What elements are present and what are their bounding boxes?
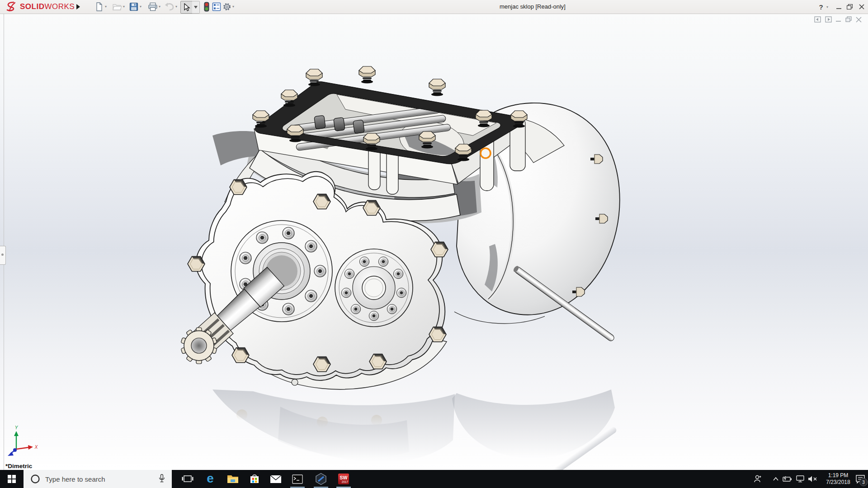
open-dropdown[interactable]: ▾ — [123, 5, 127, 9]
hexagon-utility-icon — [315, 473, 327, 485]
select-cursor-dropdown[interactable] — [192, 1, 200, 14]
command-prompt-icon — [292, 474, 303, 484]
document-title: menjac sklop [Read-only] — [500, 3, 566, 10]
start-button[interactable] — [0, 470, 24, 488]
taskbar-app-mail[interactable] — [266, 470, 286, 488]
triad-y-label: Y — [15, 425, 19, 430]
restore-button[interactable] — [844, 2, 855, 12]
file-explorer-icon — [227, 474, 239, 484]
new-document-icon[interactable] — [93, 1, 105, 13]
triad-x-label: X — [34, 445, 38, 450]
svg-text:SW: SW — [340, 475, 348, 480]
taskbar-app-edge[interactable]: e — [200, 470, 220, 488]
windows-taskbar: Type here to search e — [0, 470, 868, 488]
tray-volume-muted-icon[interactable] — [807, 470, 819, 488]
search-placeholder: Type here to search — [45, 475, 157, 483]
solidworks-logo: SOLIDWORKS — [5, 1, 75, 12]
tray-people-icon[interactable] — [751, 470, 764, 488]
save-icon[interactable] — [128, 1, 140, 13]
clock-time: 1:19 PM — [819, 472, 857, 479]
select-cursor-tool[interactable] — [180, 1, 193, 14]
tray-network-icon[interactable] — [794, 470, 807, 488]
taskbar-app-command-prompt[interactable] — [288, 470, 307, 488]
mail-icon — [270, 475, 282, 483]
save-dropdown[interactable]: ▾ — [140, 5, 143, 9]
svg-text:2017: 2017 — [342, 480, 349, 483]
graphics-viewport[interactable]: Y X *Dimetric — [0, 14, 868, 470]
new-document-dropdown[interactable]: ▾ — [105, 5, 108, 9]
minimize-button[interactable] — [833, 2, 844, 12]
close-button[interactable] — [856, 2, 868, 12]
titlebar: SOLIDWORKS ▾ ▾ ▾ ▾ ▾ ▾ menjac sklop [Rea… — [0, 0, 868, 14]
print-icon[interactable] — [147, 1, 159, 13]
solidworks-ds-icon — [5, 1, 18, 12]
solidworks-wordmark: SOLIDWORKS — [20, 2, 75, 11]
undo-icon[interactable] — [164, 1, 175, 13]
taskbar-clock[interactable]: 1:19 PM 7/23/2018 — [819, 472, 857, 486]
windows-logo-icon — [8, 475, 16, 483]
floor-reflection — [212, 389, 618, 470]
view-orientation-label: *Dimetric — [5, 463, 32, 469]
options-gear-icon[interactable] — [221, 1, 233, 13]
notification-count-badge: 3 — [859, 478, 868, 486]
store-icon — [249, 474, 260, 484]
options-dropdown[interactable]: ▾ — [232, 5, 236, 9]
cortana-icon — [30, 474, 41, 484]
taskbar-app-hexagon-utility[interactable] — [311, 470, 331, 488]
edge-icon: e — [207, 472, 214, 485]
taskbar-app-store[interactable] — [245, 470, 264, 488]
tray-battery-icon[interactable] — [781, 470, 794, 488]
gearbox-3d-model[interactable] — [0, 14, 868, 470]
help-button[interactable]: ? — [816, 2, 826, 12]
microphone-icon[interactable] — [157, 474, 166, 484]
clock-date: 7/23/2018 — [819, 479, 857, 486]
help-dropdown[interactable]: ▾ — [826, 5, 830, 9]
taskbar-app-solidworks-2017[interactable]: SW 2017 — [334, 470, 354, 488]
undo-dropdown[interactable]: ▾ — [175, 5, 179, 9]
print-dropdown[interactable]: ▾ — [159, 5, 162, 9]
taskbar-search-input[interactable]: Type here to search — [24, 470, 172, 488]
solidworks-2017-icon: SW 2017 — [337, 473, 350, 485]
taskbar-app-file-explorer[interactable] — [223, 470, 243, 488]
task-view-button[interactable] — [178, 470, 198, 488]
tray-hidden-icons-chevron[interactable] — [769, 470, 782, 488]
open-icon[interactable] — [111, 1, 123, 13]
orientation-triad: Y X — [3, 424, 43, 462]
toolbar-expand-arrow[interactable] — [72, 1, 84, 13]
